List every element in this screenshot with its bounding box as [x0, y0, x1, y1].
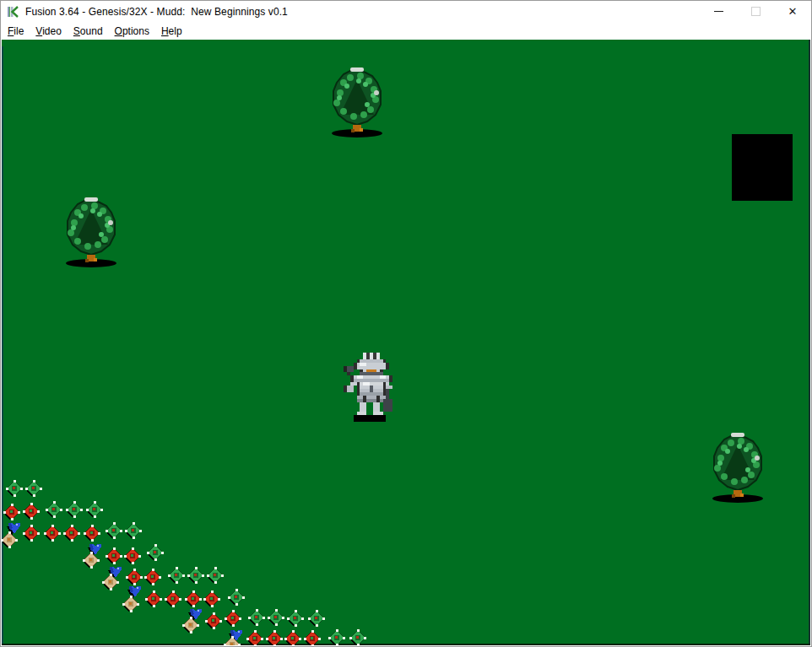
game-bottom-border-strip: [2, 644, 810, 645]
game-viewport[interactable]: [2, 40, 810, 645]
knight-sprite: [344, 353, 396, 422]
menu-sound[interactable]: Sound: [68, 23, 109, 40]
flower-green-sprite: [6, 480, 23, 497]
flower-red-sprite: [205, 612, 222, 629]
flower-tan-sprite: [182, 617, 199, 634]
flower-green-sprite: [328, 629, 345, 645]
flower-red-sprite: [124, 547, 141, 564]
flower-red-sprite: [23, 525, 40, 542]
flower-green-sprite: [268, 609, 284, 626]
flower-red-sprite: [185, 590, 202, 607]
flower-green-sprite: [187, 567, 204, 584]
flower-red-sprite: [284, 630, 301, 645]
menu-video[interactable]: Video: [30, 23, 67, 40]
flower-tan-sprite: [2, 531, 18, 548]
menu-help[interactable]: Help: [155, 23, 188, 40]
minimize-button[interactable]: [700, 1, 737, 22]
tree-sprite: [61, 197, 122, 268]
flower-red-sprite: [203, 590, 220, 607]
window-title: Fusion 3.64 - Genesis/32X - Mudd: New Be…: [25, 6, 288, 18]
flower-red-sprite: [145, 590, 162, 607]
flower-tan-sprite: [224, 636, 241, 645]
flower-tan-sprite: [83, 552, 100, 569]
black-square: [732, 134, 793, 201]
flower-red-sprite: [106, 547, 122, 564]
flower-red-sprite: [23, 503, 40, 520]
flower-tan-sprite: [122, 596, 139, 612]
flower-green-sprite: [287, 610, 304, 627]
flower-green-sprite: [106, 522, 122, 539]
flower-red-sprite: [266, 630, 283, 645]
flower-green-sprite: [228, 589, 245, 606]
game-right-border-strip: [809, 40, 810, 645]
flower-green-sprite: [46, 501, 62, 518]
game-left-border-strip: [2, 46, 3, 645]
close-button[interactable]: ✕: [774, 1, 811, 22]
minimize-icon: [714, 11, 723, 12]
flower-red-sprite: [3, 504, 20, 520]
flower-green-sprite: [86, 501, 103, 518]
flower-green-sprite: [168, 567, 185, 584]
close-icon: ✕: [788, 6, 798, 17]
menu-options[interactable]: Options: [109, 23, 155, 40]
emulator-window: Fusion 3.64 - Genesis/32X - Mudd: New Be…: [0, 0, 812, 647]
maximize-button[interactable]: [737, 1, 774, 22]
title-bar: Fusion 3.64 - Genesis/32X - Mudd: New Be…: [1, 1, 811, 22]
tree-sprite: [707, 433, 768, 504]
flower-green-sprite: [308, 610, 325, 627]
flower-red-sprite: [144, 569, 161, 585]
flower-red-sprite: [246, 630, 263, 645]
flower-red-sprite: [44, 525, 61, 542]
menu-file[interactable]: File: [2, 23, 30, 40]
menu-bar: FileVideoSoundOptionsHelp: [1, 22, 811, 40]
kega-fusion-logo-icon: [7, 5, 20, 19]
maximize-icon: [751, 7, 761, 16]
flower-red-sprite: [63, 525, 80, 542]
window-controls: ✕: [700, 1, 811, 22]
flower-green-sprite: [125, 522, 142, 539]
flower-tan-sprite: [102, 574, 119, 590]
flower-red-sprite: [304, 630, 321, 645]
flower-green-sprite: [66, 501, 83, 518]
flower-green-sprite: [25, 480, 42, 497]
flower-green-sprite: [349, 629, 366, 645]
flower-red-sprite: [84, 525, 100, 542]
tree-sprite: [327, 67, 387, 138]
flower-red-sprite: [165, 590, 181, 607]
flower-red-sprite: [225, 610, 241, 627]
flower-green-sprite: [147, 544, 164, 561]
flower-green-sprite: [248, 609, 265, 626]
flower-green-sprite: [207, 567, 224, 584]
